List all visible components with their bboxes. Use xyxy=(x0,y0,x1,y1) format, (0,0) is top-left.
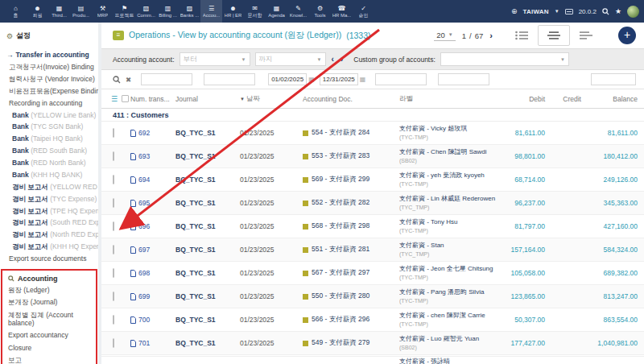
top-nav-item-tools[interactable]: ⚙ Tools xyxy=(309,0,331,23)
top-nav-item-agenda[interactable]: ▦ Agenda xyxy=(266,0,287,23)
top-nav-item-mrp[interactable]: ⚒ MRP xyxy=(92,0,114,23)
table-row[interactable]: 694 BQ_TYC_S1 01/23/2025 569 - 支付薪資 299 … xyxy=(101,168,644,192)
row-checkbox[interactable] xyxy=(113,292,114,301)
grouped-view-button[interactable] xyxy=(538,25,570,46)
transaction-link[interactable]: 695 xyxy=(130,199,175,207)
calendar-icon[interactable]: ▦ xyxy=(360,76,366,83)
transaction-link[interactable]: 693 xyxy=(130,152,175,160)
accounting-doc-link[interactable]: 569 - 支付薪資 299 xyxy=(303,175,399,184)
next-account-button[interactable]: › xyxy=(340,55,344,64)
accounting-doc-link[interactable]: 550 - 支付薪資 280 xyxy=(303,292,399,301)
add-record-button[interactable]: + xyxy=(618,27,636,44)
top-nav-item-produ[interactable]: ▤ Produ... xyxy=(70,0,92,23)
account-from-select[interactable]: 부터▼ xyxy=(180,52,250,66)
table-row[interactable]: 698 BQ_TYC_S1 01/23/2025 567 - 支付薪資 297 … xyxy=(101,262,644,285)
sidebar-settings[interactable]: ⚙ 설정 xyxy=(0,29,98,49)
accounting-doc-link[interactable]: 566 - 支付薪資 296 xyxy=(303,315,399,325)
top-nav-item-third[interactable]: ▦ Third... xyxy=(48,0,70,23)
table-row[interactable]: 700 BQ_TYC_S1 01/23/2025 566 - 支付薪資 296 … xyxy=(101,308,644,332)
group-row[interactable]: 411 : Customers xyxy=(101,109,644,122)
top-nav-item-hrer[interactable]: ☻ HR | ER xyxy=(222,0,244,23)
col-debit[interactable]: Debit xyxy=(503,95,551,103)
transaction-link[interactable]: 698 xyxy=(130,269,175,277)
row-checkbox[interactable] xyxy=(113,151,114,161)
col-label[interactable]: 라벨 xyxy=(399,94,503,104)
sidebar-item[interactable]: →Transfer in accounting xyxy=(0,49,98,61)
transaction-link[interactable]: 692 xyxy=(130,129,175,137)
table-row[interactable]: 692 BQ_TYC_S1 01/23/2025 554 - 支付薪資 284 … xyxy=(101,122,644,145)
sidebar-item[interactable]: 경비 보고서 (TPE HQ Expense) xyxy=(0,205,98,217)
transaction-link[interactable]: 700 xyxy=(130,316,175,324)
col-credit[interactable]: Credit xyxy=(551,95,588,103)
sidebar-item[interactable]: 협력사청구 (Vendor Invoice) xyxy=(0,73,98,85)
date-from-input[interactable]: 01/02/2025 xyxy=(268,73,307,85)
top-nav-item-프로젝트[interactable]: ⚑ 프로젝트 xyxy=(114,0,135,23)
balance-search-input[interactable] xyxy=(591,73,636,85)
sidebar-item[interactable]: Recording in accounting xyxy=(0,97,98,110)
accounting-doc-link[interactable]: 568 - 支付薪資 298 xyxy=(303,221,399,231)
sidebar-item[interactable]: Bank (KHH HQ BANK) xyxy=(0,169,98,181)
top-nav-item-문서함[interactable]: ✉ 문서함 xyxy=(244,0,266,23)
star-icon[interactable]: ★ xyxy=(615,7,621,15)
sidebar-item[interactable]: Bank (TYC SGN Bank) xyxy=(0,121,98,133)
calendar-icon[interactable]: ▦ xyxy=(308,76,315,83)
top-nav-item-hrma[interactable]: ☎ HR Ma... xyxy=(331,0,353,23)
top-nav-item-홈[interactable]: ⌂ 홈 xyxy=(5,0,27,23)
transaction-link[interactable]: 694 xyxy=(130,176,175,184)
accounting-doc-link[interactable]: 554 - 支付薪資 284 xyxy=(303,128,399,138)
row-checkbox[interactable] xyxy=(113,245,114,254)
col-journal[interactable]: Journal xyxy=(175,95,240,103)
account-to-select[interactable]: 까지▼ xyxy=(255,52,326,66)
label-search-input[interactable] xyxy=(438,73,489,85)
sidebar-item[interactable]: 경비 보고서 (South RED Expen... xyxy=(0,217,98,229)
sidebar-item[interactable]: Bank (RED North Bank) xyxy=(0,157,98,169)
outline-view-button[interactable] xyxy=(570,25,602,46)
list-toggle-icon[interactable]: ☰ xyxy=(111,95,118,103)
accounting-menu-item[interactable]: 분개장 (Journal) xyxy=(2,296,96,308)
transaction-link[interactable]: 701 xyxy=(130,339,175,347)
search-icon[interactable] xyxy=(602,8,609,15)
row-checkbox[interactable] xyxy=(113,175,114,184)
row-checkbox[interactable] xyxy=(113,338,114,348)
top-nav-item-knowl[interactable]: ✎ Knowl... xyxy=(287,0,309,23)
accounting-menu-item[interactable]: Export accountancy xyxy=(2,329,96,341)
journal-search-input[interactable] xyxy=(204,73,255,85)
row-checkbox[interactable] xyxy=(113,315,114,325)
col-doc[interactable]: Accounting Doc. xyxy=(303,95,399,103)
accounting-menu-item[interactable]: Closure xyxy=(2,341,96,354)
top-nav-item-승인[interactable]: ✓ 승인 xyxy=(353,0,374,23)
row-checkbox[interactable] xyxy=(113,221,114,231)
sidebar-item[interactable]: Bank (YELLOW Line Bank) xyxy=(0,109,98,121)
table-row[interactable]: 693 BQ_TYC_S1 01/23/2025 553 - 支付薪資 283 … xyxy=(101,145,644,168)
sidebar-item[interactable]: Bank (Taipei HQ Bank) xyxy=(0,133,98,145)
page-size-select[interactable]: 20▼ xyxy=(434,31,456,41)
transaction-link[interactable]: 699 xyxy=(130,292,175,300)
table-row[interactable]: 699 BQ_TYC_S1 01/23/2025 550 - 支付薪資 280 … xyxy=(101,285,644,308)
row-checkbox[interactable] xyxy=(113,198,114,208)
top-nav-item-billing[interactable]: ▥ Billing ... xyxy=(157,0,179,23)
accounting-menu-item[interactable]: 원장 (Ledger) xyxy=(2,284,96,296)
col-num[interactable]: Num. trans... xyxy=(130,95,175,103)
avatar[interactable] xyxy=(627,6,639,18)
table-row[interactable]: 696 BQ_TYC_S1 01/23/2025 568 - 支付薪資 298 … xyxy=(101,215,644,238)
transaction-link[interactable]: 696 xyxy=(130,222,175,230)
accounting-doc-link[interactable]: 553 - 支付薪資 283 xyxy=(303,151,399,161)
search-icon[interactable] xyxy=(113,76,121,84)
sidebar-item[interactable]: 경비 보고서 (YELLOW RED Ex... xyxy=(0,181,98,193)
accounting-doc-link[interactable]: 551 - 支付薪資 281 xyxy=(303,245,399,254)
table-row[interactable]: 695 BQ_TYC_S1 01/23/2025 552 - 支付薪資 282 … xyxy=(101,192,644,215)
sidebar-item[interactable]: 고객청구서(Invoice) Binding xyxy=(0,61,98,73)
row-checkbox[interactable] xyxy=(113,268,114,278)
region-label[interactable]: TAIWAN xyxy=(523,8,549,15)
table-row[interactable]: 697 BQ_TYC_S1 01/23/2025 551 - 支付薪資 281 … xyxy=(101,238,644,262)
sidebar-item[interactable]: 경비 보고서 (TYC Expense) xyxy=(0,193,98,205)
col-date[interactable]: ▼날짜 xyxy=(240,94,303,104)
top-nav-item-회원[interactable]: ☻ 회원 xyxy=(27,0,48,23)
custom-group-select[interactable]: ▼ xyxy=(440,52,569,66)
accounting-doc-link[interactable]: 549 - 支付薪資 279 xyxy=(303,338,399,348)
sidebar-item[interactable]: Bank (RED South Bank) xyxy=(0,145,98,157)
top-nav-item-comm[interactable]: ▧ Comm... xyxy=(135,0,157,23)
sidebar-item[interactable]: 경비 보고서 (KHH HQ Expense) xyxy=(0,241,98,253)
top-nav-item-banks[interactable]: ▨ Banks ... xyxy=(179,0,200,23)
transaction-link[interactable]: 697 xyxy=(130,246,175,254)
